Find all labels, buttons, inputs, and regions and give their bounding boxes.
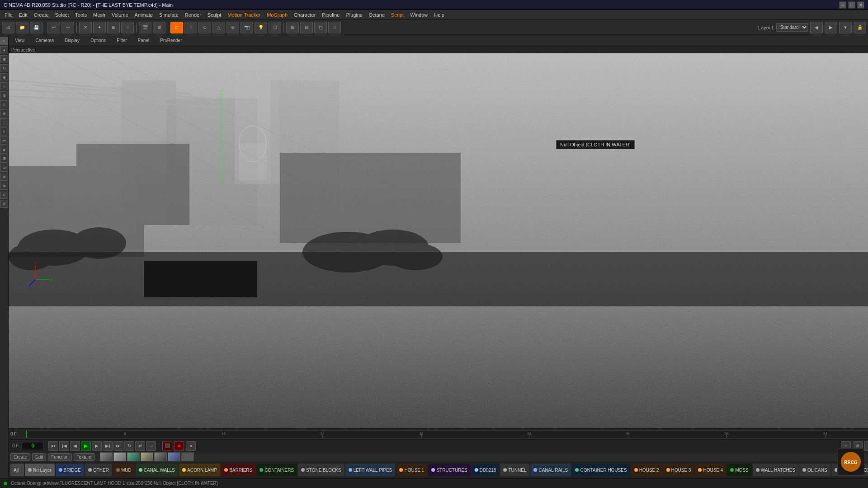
menu-help[interactable]: Help <box>431 11 447 19</box>
layer-container-houses[interactable]: CONTAINER HOUSES <box>572 464 630 476</box>
toolbar-move[interactable]: ✦ <box>93 22 106 33</box>
layer-tunnel[interactable]: TUNNEL <box>500 464 529 476</box>
toolbar-cone[interactable]: △ <box>212 22 225 33</box>
layer-other[interactable]: OTHER <box>85 464 112 476</box>
vp-tab-filter[interactable]: Filter <box>113 37 130 44</box>
toolbar-render[interactable]: 🎬 <box>139 22 151 33</box>
left-tool-17[interactable]: ⊜ <box>0 182 8 190</box>
menu-octane[interactable]: Octane <box>366 11 387 19</box>
left-tool-14[interactable]: ☰ <box>0 155 8 163</box>
menu-render[interactable]: Render <box>182 11 204 19</box>
layout-right-btn[interactable]: ▶ <box>825 22 837 33</box>
transport-next-key[interactable]: ▶| <box>103 441 113 451</box>
layer-dd0218[interactable]: DD0218 <box>472 464 500 476</box>
menu-volume[interactable]: Volume <box>109 11 131 19</box>
menu-select[interactable]: Select <box>52 11 72 19</box>
toolbar-snap[interactable]: ⊞ <box>286 22 299 33</box>
layer-canal-walls[interactable]: CANAL WALLS <box>136 464 178 476</box>
transport-play[interactable]: ▶ <box>81 441 91 451</box>
left-tool-scale[interactable]: ⊞ <box>0 55 8 63</box>
left-tool-13[interactable]: ◈ <box>0 145 8 154</box>
layer-wall-hatches[interactable]: WALL HATCHES <box>753 464 798 476</box>
vp-tab-options[interactable]: Options <box>87 37 109 44</box>
vp-tab-prorender[interactable]: ProRender <box>156 37 185 44</box>
material-thumb-1[interactable] <box>100 452 113 461</box>
menu-mograph[interactable]: MoGraph <box>264 11 290 19</box>
material-thumb-3[interactable] <box>127 452 140 461</box>
timeline-ruler[interactable]: 0 8 16 24 32 40 48 56 64 72 <box>26 430 868 438</box>
left-tool-9[interactable]: ⊗ <box>0 109 8 117</box>
left-tool-15[interactable]: ⊿ <box>0 164 8 172</box>
transport-prev-key[interactable]: |◀ <box>59 441 69 451</box>
toolbar-grid[interactable]: ⊟ <box>300 22 313 33</box>
layer-moss[interactable]: MOSS <box>727 464 751 476</box>
layer-house-1[interactable]: HOUSE 1 <box>396 464 427 476</box>
menu-plugins[interactable]: Plugins <box>343 11 365 19</box>
toolbar-light[interactable]: 💡 <box>255 22 267 33</box>
material-thumb-7[interactable] <box>181 452 194 461</box>
toolbar-open[interactable]: 📁 <box>16 22 28 33</box>
transport-prev-frame[interactable]: ◀ <box>70 441 80 451</box>
layers-create-btn[interactable]: Create <box>10 453 30 461</box>
vp-tab-panel[interactable]: Panel <box>134 37 153 44</box>
layer-house-3[interactable]: HOUSE 3 <box>663 464 694 476</box>
maximize-button[interactable]: □ <box>848 1 855 9</box>
layer-structures[interactable]: STRUCTURES <box>428 464 470 476</box>
left-tool-16[interactable]: ⊚ <box>0 173 8 181</box>
transport-stop-rec[interactable]: ⬛ <box>162 441 172 451</box>
menu-create[interactable]: Create <box>31 11 52 19</box>
left-tool-5[interactable]: ⊕ <box>0 73 8 81</box>
layer-house-2[interactable]: HOUSE 2 <box>631 464 662 476</box>
left-tool-18[interactable]: ⊝ <box>0 191 8 199</box>
left-tool-8[interactable]: ◇ <box>0 100 8 108</box>
menu-window[interactable]: Window <box>407 11 430 19</box>
toolbar-scale[interactable]: ⊞ <box>107 22 120 33</box>
layers-texture-btn[interactable]: Texture <box>74 453 95 461</box>
layer-barriers[interactable]: BARRIERS <box>221 464 255 476</box>
left-tool-7[interactable]: ⊙ <box>0 91 8 99</box>
left-tool-12[interactable]: ⊶ <box>0 136 8 145</box>
layer-mud[interactable]: MUD <box>113 464 135 476</box>
toolbar-sphere[interactable]: ○ <box>184 22 197 33</box>
vp-tab-display[interactable]: Display <box>61 37 83 44</box>
transport-to-start[interactable]: ⏮ <box>48 441 58 451</box>
menu-character[interactable]: Character <box>291 11 318 19</box>
layer-house-4[interactable]: HOUSE 4 <box>695 464 726 476</box>
menu-pipeline[interactable]: Pipeline <box>319 11 342 19</box>
toolbar-undo[interactable]: ↩ <box>47 22 60 33</box>
toolbar-material[interactable]: ⬡ <box>269 22 281 33</box>
toolbar-new[interactable]: ⊡ <box>2 22 14 33</box>
transport-auto[interactable]: ● <box>186 441 196 451</box>
menu-script[interactable]: Script <box>388 11 406 19</box>
layer-acorn-lamp[interactable]: ACORN LAMP <box>179 464 220 476</box>
left-tool-select[interactable]: ↖ <box>0 37 8 45</box>
layer-bridge[interactable]: BRIDGE <box>56 464 84 476</box>
menu-motion-tracker[interactable]: Motion Tracker <box>225 11 263 19</box>
layout-dropdown[interactable]: Standard <box>776 23 808 32</box>
layers-function-btn[interactable]: Function <box>48 453 71 461</box>
menu-sculpt[interactable]: Sculpt <box>205 11 224 19</box>
left-tool-19[interactable]: ⊞ <box>0 200 8 208</box>
transport-loop[interactable]: ↻ <box>124 441 134 451</box>
transport-record[interactable]: ⏺ <box>174 441 184 451</box>
viewport-canvas[interactable]: X Y Z Grid Spacing : 10000 cm <box>9 53 868 428</box>
material-thumb-6[interactable] <box>168 452 180 461</box>
toolbar-workplane[interactable]: ◻ <box>314 22 327 33</box>
layer-ol-cans[interactable]: OL CANS <box>799 464 830 476</box>
frame-counter[interactable]: 0 <box>21 442 44 450</box>
layer-stone-blocks[interactable]: STONE BLOCKS <box>298 464 344 476</box>
layer-all[interactable]: All <box>10 464 24 476</box>
toolbar-redo[interactable]: ↪ <box>61 22 74 33</box>
close-button[interactable]: ✕ <box>857 1 864 9</box>
layer-left-wall-pipes[interactable]: LEFT WALL PIPES <box>345 464 396 476</box>
left-tool-11[interactable]: ≡ <box>0 127 8 136</box>
toolbar-select[interactable]: ✕ <box>79 22 92 33</box>
minimize-button[interactable]: ─ <box>839 1 846 9</box>
transport-to-end[interactable]: ⏭ <box>113 441 123 451</box>
menu-animate[interactable]: Animate <box>132 11 156 19</box>
transport-bounce[interactable]: ⇌ <box>135 441 145 451</box>
layer-containers[interactable]: CONTAINERS <box>256 464 297 476</box>
layout-lock-btn[interactable]: 🔒 <box>854 22 866 33</box>
left-tool-move[interactable]: ✦ <box>0 46 8 54</box>
material-thumb-5[interactable] <box>154 452 167 461</box>
